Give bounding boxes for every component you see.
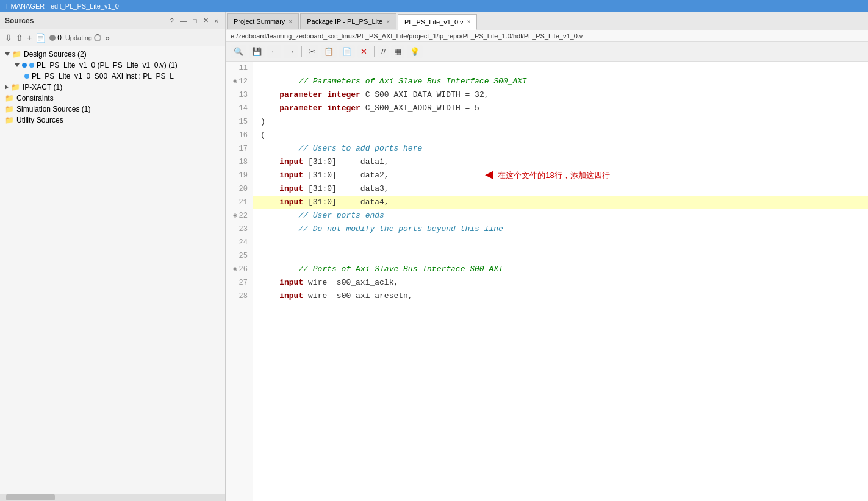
tab-package-ip[interactable]: Package IP - PL_PS_Lite × (300, 13, 396, 29)
keyword: parameter (279, 88, 322, 102)
restore-icon[interactable]: □ (191, 16, 199, 25)
code-line-24 (253, 236, 868, 249)
keyword2: integer (322, 102, 360, 115)
line-num-21: 21 (226, 196, 253, 209)
line-num-25: 25 (226, 249, 253, 263)
copy-button[interactable]: 📋 (321, 45, 337, 58)
sources-header: Sources ? — □ ✕ × (0, 12, 225, 29)
gutter-icon: ◉ (234, 75, 237, 88)
folder-icon: 📁 (12, 50, 21, 59)
folder-icon: 📁 (5, 116, 14, 124)
code-line-26: // Ports of Axi Slave Bus Interface S00_… (253, 263, 868, 276)
tree-item-label: PL_PS_Lite_v1_0_S00_AXI inst : PL_PS_L (32, 72, 174, 80)
code-line-23: // Do not modify the ports beyond this l… (253, 222, 868, 236)
close-panel-icon[interactable]: × (213, 16, 220, 25)
main-layout: Sources ? — □ ✕ × ⇩ ⇧ + 📄 0 Updating (0, 12, 868, 501)
plain-text: ) (260, 115, 265, 129)
tree-item-label: Design Sources (2) (24, 50, 87, 59)
circle-icon (49, 35, 56, 41)
code-line-25 (253, 249, 868, 263)
maximize-icon[interactable]: ✕ (201, 16, 210, 25)
tree-item-constraints[interactable]: 📁 Constraints (0, 93, 225, 104)
grid-button[interactable]: ▦ (391, 45, 404, 58)
tree-item-pl-ps-inst[interactable]: PL_PS_Lite_v1_0_S00_AXI inst : PL_PS_L (0, 71, 225, 82)
updating-badge: Updating (65, 34, 101, 41)
folder-icon: 📁 (5, 94, 14, 102)
code-line-19: input [31:0] data2, ◀ 在这个文件的18行，添加这四行 (253, 169, 868, 182)
left-panel: Sources ? — □ ✕ × ⇩ ⇧ + 📄 0 Updating (0, 12, 226, 501)
tree-item-label: PL_PS_Lite_v1_0 (PL_PS_Lite_v1_0.v) (1) (37, 61, 178, 69)
keyword: input (279, 196, 303, 209)
tab-label: PL_PS_Lite_v1_0.v (404, 18, 464, 26)
code-line-15: ) (253, 115, 868, 129)
tree-item-label: Constraints (16, 94, 54, 102)
bulb-button[interactable]: 💡 (407, 45, 423, 58)
editor-toolbar: 🔍 💾 ← → ✂ 📋 📄 ✕ // ▦ 💡 (226, 42, 868, 62)
code-content: 11 ◉ 12 13 14 15 16 17 18 19 20 21 ◉ (226, 62, 868, 501)
gutter-icon: ◉ (234, 209, 237, 222)
keyword2: wire (303, 276, 327, 290)
sources-title: Sources (5, 16, 34, 25)
separator1 (301, 46, 302, 57)
paste-button[interactable]: 📄 (339, 45, 355, 58)
tab-close-icon[interactable]: × (289, 18, 292, 25)
redo-button[interactable]: → (284, 45, 298, 58)
expand-icon (5, 52, 10, 56)
keyword: input (279, 182, 303, 196)
code-line-17: // Users to add ports here (253, 142, 868, 155)
dot-blue-inst-icon (24, 74, 29, 79)
code-line-13: parameter integer C_S00_AXI_DATA_WIDTH =… (253, 88, 868, 102)
tree-item-design-sources[interactable]: 📁 Design Sources (2) (0, 49, 225, 60)
save-button[interactable]: 💾 (249, 45, 265, 58)
line-num-27: 27 (226, 276, 253, 290)
tree-item-ip-xact[interactable]: 📁 IP-XACT (1) (0, 82, 225, 93)
line-num-28: 28 (226, 290, 253, 303)
keyword2: wire (303, 290, 327, 303)
expand-all-icon[interactable]: ⇧ (16, 33, 23, 43)
search-button[interactable]: 🔍 (231, 45, 246, 58)
plain-text: C_S00_AXI_DATA_WIDTH = 32, (360, 88, 489, 102)
tabs-bar: Project Summary × Package IP - PL_PS_Lit… (226, 12, 868, 30)
sources-toolbar: ? — □ ✕ × (168, 16, 220, 25)
keyword2: integer (322, 88, 360, 102)
collapse-all-icon[interactable]: ⇩ (5, 33, 12, 43)
tree-item-simulation[interactable]: 📁 Simulation Sources (1) (0, 104, 225, 115)
tree-item-pl-ps-lite[interactable]: PL_PS_Lite_v1_0 (PL_PS_Lite_v1_0.v) (1) (0, 60, 225, 71)
dot-blue-icon (22, 63, 27, 68)
tree-item-utility[interactable]: 📁 Utility Sources (0, 115, 225, 126)
sources-scrollbar[interactable] (0, 494, 225, 501)
sources-scrollbar-thumb[interactable] (6, 494, 55, 500)
code-line-22: // User ports ends (253, 209, 868, 222)
help-icon[interactable]: ? (168, 16, 176, 25)
folder-icon: 📁 (11, 83, 20, 91)
plain-text: ( (260, 129, 265, 142)
code-line-12: // Parameters of Axi Slave Bus Interface… (253, 75, 868, 88)
tab-close-icon[interactable]: × (386, 18, 390, 25)
plain-text: [31:0] data2, (303, 169, 389, 182)
dot-blue2-icon (29, 63, 34, 68)
code-line-21: input [31:0] data4, (253, 196, 868, 209)
title-text: T MANAGER - edit_PL_PS_Lite_v1_0 (5, 2, 119, 10)
line-num-15: 15 (226, 115, 253, 129)
add-source-icon[interactable]: + (27, 33, 32, 43)
code-line-16: ( (253, 129, 868, 142)
keyword: input (279, 155, 303, 169)
properties-icon[interactable]: 📄 (35, 33, 46, 43)
code-editor[interactable]: 11 ◉ 12 13 14 15 16 17 18 19 20 21 ◉ (226, 62, 868, 501)
delete-button[interactable]: ✕ (357, 45, 370, 58)
line-num-11: 11 (226, 62, 253, 75)
tab-pl-ps-file[interactable]: PL_PS_Lite_v1_0.v × (398, 14, 477, 30)
line-num-22: ◉ 22 (226, 209, 253, 222)
plain-text: s00_axi_aresetn, (327, 290, 412, 303)
code-lines[interactable]: // Parameters of Axi Slave Bus Interface… (253, 62, 868, 501)
tab-close-icon[interactable]: × (467, 18, 471, 25)
sources-tree: 📁 Design Sources (2) PL_PS_Lite_v1_0 (PL… (0, 46, 225, 494)
more-actions-icon[interactable]: » (105, 33, 110, 43)
cut-button[interactable]: ✂ (306, 45, 318, 58)
minimize-icon[interactable]: — (178, 16, 188, 25)
file-path-text: e:/zedboard/learning_zedboard_soc_linux/… (231, 32, 583, 40)
code-line-11 (253, 62, 868, 75)
undo-button[interactable]: ← (267, 45, 281, 58)
tab-project-summary[interactable]: Project Summary × (227, 13, 299, 29)
comment-button[interactable]: // (378, 45, 389, 58)
